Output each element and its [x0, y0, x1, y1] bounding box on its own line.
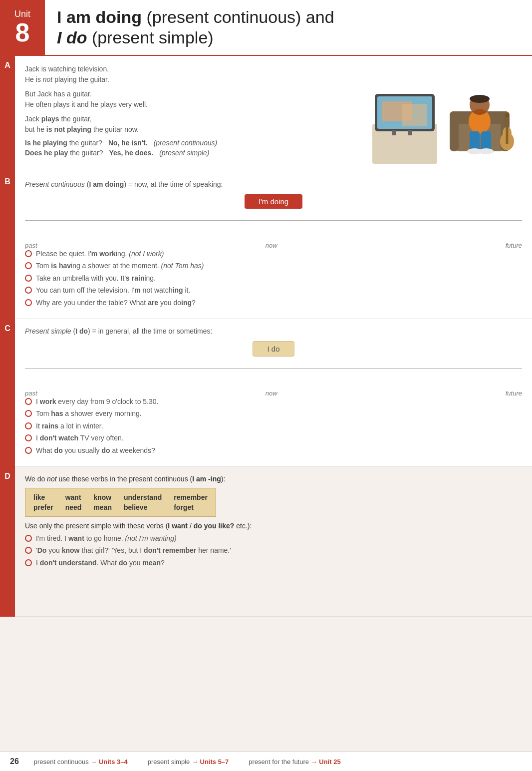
bullet-circle — [25, 398, 32, 405]
qa-section: Is he playing the guitar? No, he isn't. … — [25, 139, 352, 157]
bullet-circle — [25, 250, 32, 257]
qa1-answer: No, he isn't. — [108, 139, 148, 147]
section-c-bullets: I work every day from 9 o'clock to 5.30.… — [25, 397, 522, 456]
bullet-b-2: Tom is having a shower at the moment. (n… — [25, 261, 522, 271]
qa2-note: (present simple) — [159, 149, 209, 157]
bullet-c-5: What do you usually do at weekends? — [25, 446, 522, 456]
illustration — [362, 64, 522, 164]
bullet-b-3: Take an umbrella with you. It's raining. — [25, 274, 522, 284]
timeline-future-c: future — [506, 389, 522, 397]
footer-link-3: present for the future → Unit 25 — [249, 758, 340, 766]
section-c-intro-after: = in general, all the time or sometimes: — [92, 327, 213, 335]
section-b-bullets: Please be quiet. I'm working. (not I wor… — [25, 249, 522, 308]
footer-link2-text: present simple — [148, 758, 190, 766]
bullet-circle — [25, 447, 32, 454]
svg-point-11 — [470, 95, 490, 103]
footer-arrow-3: → — [311, 758, 319, 766]
bullet-b-5: Why are you under the table? What are yo… — [25, 298, 522, 308]
footer-link2-ref[interactable]: Units 5–7 — [200, 758, 229, 766]
footer-link3-ref[interactable]: Unit 25 — [319, 758, 340, 766]
timeline-b — [25, 213, 522, 228]
footer-link-1: present continuous → Units 3–4 — [34, 758, 128, 766]
svg-rect-24 — [402, 104, 427, 126]
verb-prefer: prefer — [33, 503, 53, 511]
page-footer: 26 present continuous → Units 3–4 presen… — [0, 752, 532, 771]
timeline-c — [25, 361, 522, 376]
qa1-question-after: the guitar? — [67, 139, 102, 147]
qa2-answer: Yes, he does. — [109, 149, 153, 157]
timeline-future-b: future — [506, 242, 522, 249]
para-1-not: not — [43, 75, 52, 83]
verb-believe: believe — [124, 503, 162, 511]
para-1: Jack is watching television. He is not p… — [25, 64, 352, 85]
title-line1: I am doing (present continuous) and — [57, 7, 334, 27]
bullet-b-4: You can turn off the television. I'm not… — [25, 286, 522, 296]
para-2: But Jack has a guitar. He often plays it… — [25, 89, 352, 110]
section-a-content: Jack is watching television. He is not p… — [15, 56, 532, 172]
svg-rect-19 — [505, 113, 509, 117]
section-c-intro: Present simple (I do) = in general, all … — [25, 327, 522, 335]
im-doing-box: I'm doing — [25, 194, 522, 209]
para-1-line2-after: playing the guitar. — [52, 75, 109, 83]
section-b: B Present continuous (I am doing) = now,… — [0, 172, 532, 319]
verb-understand: understand — [124, 493, 162, 501]
im-doing-pill: I'm doing — [245, 194, 302, 209]
verb-need: need — [65, 503, 82, 511]
header-title: I am doing (present continuous) and I do… — [45, 0, 346, 55]
illustration-svg — [367, 64, 517, 164]
section-c-intro-italic: Present simple — [25, 327, 71, 335]
i-do-pill: I do — [253, 341, 294, 357]
bullet-c-1: I work every day from 9 o'clock to 5.30. — [25, 397, 522, 407]
svg-point-15 — [479, 148, 494, 154]
bullet-circle — [25, 299, 32, 306]
bullet-d-3: I don't understand. What do you mean? — [25, 558, 522, 568]
timeline-past-b: past — [25, 242, 37, 249]
qa2-question-after: the guitar? — [68, 149, 103, 157]
section-d-bullets: I'm tired. I want to go home. (not I'm w… — [25, 534, 522, 568]
bullet-d-2: 'Do you know that girl?' 'Yes, but I don… — [25, 546, 522, 556]
section-b-intro-after: = now, at the time of speaking: — [128, 180, 223, 188]
verb-remember: remember — [174, 493, 208, 501]
title-bold-1: I am doing — [57, 7, 142, 26]
stative-verbs-box: like want know understand remember prefe… — [25, 488, 216, 517]
footer-link1-ref[interactable]: Units 3–4 — [99, 758, 128, 766]
para-1-line2-before: He is — [25, 75, 43, 83]
footer-arrow-2: → — [192, 758, 200, 766]
section-d-content: We do not use these verbs in the present… — [15, 467, 532, 617]
bullet-circle — [25, 275, 32, 282]
verb-mean: mean — [93, 503, 112, 511]
unit-box: Unit 8 — [0, 0, 45, 55]
svg-rect-4 — [408, 130, 412, 135]
bullet-circle — [25, 547, 32, 554]
verb-know: know — [93, 493, 112, 501]
bullet-circle — [25, 535, 32, 542]
section-c-content: Present simple (I do) = in general, all … — [15, 319, 532, 467]
section-label-b: B — [0, 172, 15, 319]
bullet-circle — [25, 262, 32, 269]
footer-link3-text: present for the future — [249, 758, 309, 766]
title-bold-2: I do — [57, 28, 87, 47]
footer-arrow-1: → — [90, 758, 99, 766]
timeline-past-c: past — [25, 389, 37, 397]
verb-forget: forget — [174, 503, 208, 511]
section-c: C Present simple (I do) = in general, al… — [0, 319, 532, 467]
title-paren-1: (present continuous) and — [146, 7, 334, 26]
qa2-question-bold: Does he play — [25, 149, 68, 157]
qa-item-1: Is he playing the guitar? No, he isn't. … — [25, 139, 352, 147]
bullet-d-1: I'm tired. I want to go home. (not I'm w… — [25, 534, 522, 544]
timeline-labels-b: past now future — [25, 236, 522, 249]
section-a: A Jack is watching television. He is not… — [0, 56, 532, 172]
i-do-box: I do — [25, 341, 522, 357]
svg-rect-3 — [392, 130, 396, 135]
para-3: Jack plays the guitar, but he is not pla… — [25, 114, 352, 135]
bullet-c-3: It rains a lot in winter. — [25, 421, 522, 431]
footer-link-2: present simple → Units 5–7 — [148, 758, 229, 766]
bullet-b-1: Please be quiet. I'm working. (not I wor… — [25, 249, 522, 259]
bullet-c-2: Tom has a shower every morning. — [25, 409, 522, 419]
bullet-circle — [25, 287, 32, 294]
section-b-intro: Present continuous (I am doing) = now, a… — [25, 180, 522, 188]
qa1-question-bold: Is he playing — [25, 139, 67, 147]
timeline-line-c — [25, 368, 522, 369]
title-line2: I do (present simple) — [57, 27, 334, 48]
section-d: D We do not use these verbs in the prese… — [0, 467, 532, 617]
